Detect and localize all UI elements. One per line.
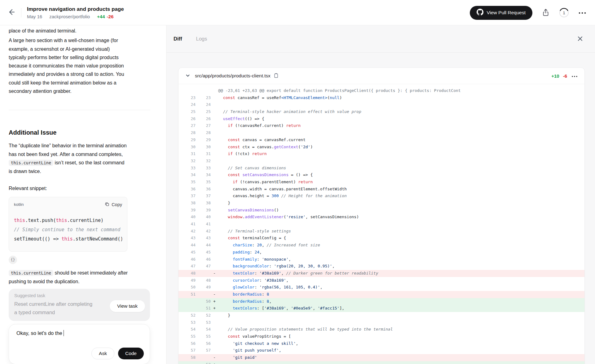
code-line: textColors: ['#38a169', '#0ea5e9', '#fac… [218, 305, 584, 312]
code-token: // Simply continue to the next command a… [14, 227, 122, 232]
collapse-file-button[interactable] [185, 73, 190, 79]
diff-row: 5757 'git push yourself', [178, 347, 584, 354]
code-token: textColor [233, 271, 254, 275]
new-line-number: 51 [196, 305, 211, 312]
view-pull-request-button[interactable]: View Pull Request [470, 6, 532, 20]
chat-input-text[interactable]: Okay, so let's do the [16, 330, 142, 336]
braces-icon: {} [11, 258, 15, 262]
diff-code[interactable]: @@ -23,61 +23,63 @@ export default funct… [178, 84, 584, 364]
code-token: : [262, 299, 267, 304]
diff-row: 4646 fontFamily: 'monospace', [178, 256, 584, 263]
code-snippet-header: kotlin Copy [14, 202, 122, 207]
code-token: ctx = canvas. [240, 145, 274, 149]
tab-diff[interactable]: Diff [174, 36, 182, 42]
code-line: if (!canvas.parentElement) return [218, 179, 584, 186]
diff-row: 5656 'git checkout a new skill', [178, 340, 584, 347]
view-task-button[interactable]: View task [110, 300, 145, 312]
conversation-scroll[interactable]: place of the animated terminal. A large … [0, 25, 166, 364]
code-line: cursorColor: '#38a169', [218, 277, 584, 284]
new-line-number: 27 [196, 122, 211, 129]
old-line-number [178, 361, 196, 364]
new-line-number: 50 [196, 298, 211, 305]
code-line: const canvasRef = useRef<HTMLCanvasEleme… [218, 94, 584, 102]
new-line-number: 44 [196, 242, 211, 249]
code-line [218, 361, 584, 364]
diff-marker [211, 122, 218, 129]
code-token: canvas.height = [218, 193, 271, 198]
copy-icon [105, 202, 109, 207]
issue-text-pre: The “duplicate line” behavior in the ter… [9, 143, 127, 157]
copy-button[interactable]: Copy [105, 202, 122, 207]
code-token [218, 292, 233, 297]
code-token: , [296, 341, 298, 346]
code-token: this [62, 236, 73, 242]
diff-marker: - [211, 291, 218, 298]
code-line: borderRadius: 8 [218, 291, 584, 298]
code-line [218, 319, 584, 326]
code-line: // Terminal-style settings [218, 228, 584, 235]
code-token [218, 116, 223, 121]
github-icon [477, 9, 483, 17]
clipboard-icon [274, 73, 278, 79]
suggested-task-label: Suggested task [14, 293, 144, 298]
code-token: canvas = canvasRef.current [240, 137, 305, 142]
code-button[interactable]: Code [118, 348, 144, 359]
code-token: this [56, 218, 67, 223]
diff-marker: + [211, 298, 218, 305]
header-more-button[interactable] [578, 11, 586, 15]
new-line-number: 39 [196, 207, 211, 214]
tab-logs[interactable]: Logs [196, 36, 207, 42]
ask-button[interactable]: Ask [91, 348, 114, 359]
code-toggle-button[interactable]: {} [9, 256, 17, 264]
code-token: setTimeout(() => [14, 236, 62, 242]
new-line-number: 56 [196, 340, 211, 347]
diff-marker [211, 277, 218, 284]
code-token [218, 299, 233, 304]
code-line: // Value proposition statements that wil… [218, 326, 584, 333]
old-line-number: 42 [178, 228, 196, 235]
file-deletions: -6 [563, 73, 567, 79]
code-token [218, 334, 228, 339]
notification-badge[interactable]: 1 [559, 8, 569, 18]
share-button[interactable] [542, 8, 550, 18]
code-token: 'rgba(56, 161, 105, 0.4)' [259, 285, 320, 289]
copy-path-button[interactable] [274, 73, 278, 79]
diff-marker [211, 312, 218, 319]
diff-panel: Diff Logs src/app/products/products-clie… [166, 25, 595, 364]
code-token [218, 123, 228, 128]
code-token [218, 137, 228, 142]
old-line-number: 44 [178, 242, 196, 249]
code-token: 300 [271, 193, 279, 198]
code-token [218, 306, 233, 310]
diff-row: 4545 padding: 24, [178, 249, 584, 256]
code-token: : [250, 250, 255, 254]
code-line [218, 129, 584, 136]
old-line-number: 38 [178, 200, 196, 207]
new-line-number: 34 [196, 171, 211, 179]
code-token: , [269, 299, 271, 304]
old-line-number [178, 298, 196, 305]
diff-marker [211, 319, 218, 326]
diff-marker [211, 207, 218, 214]
diff-marker [211, 193, 218, 200]
old-line-number: 24 [178, 101, 196, 108]
diff-row: 3939 setCanvasDimensions() [178, 207, 584, 214]
back-button[interactable] [6, 6, 18, 19]
code-token [218, 271, 233, 275]
diff-row: 2828 [178, 129, 584, 136]
diff-row: @@ -23,61 +23,63 @@ export default funct… [178, 87, 584, 94]
code-token: , setCanvasDimensions) [306, 214, 359, 219]
file-menu-button[interactable] [571, 74, 578, 78]
page-title: Improve navigation and products page [27, 6, 124, 13]
new-line-number: 31 [196, 150, 211, 158]
code-token: ( [298, 145, 301, 149]
new-line-number: 46 [196, 256, 211, 263]
close-panel-button[interactable] [575, 34, 585, 44]
old-line-number: 36 [178, 186, 196, 193]
chat-input-card[interactable]: Okay, so let's do the Ask Code [9, 324, 150, 364]
diff-marker [211, 186, 218, 193]
old-line-number: 28 [178, 129, 196, 136]
diff-row: 4444 charSize: 20, // Increased font siz… [178, 242, 584, 249]
diff-marker: + [211, 305, 218, 312]
code-token: : [252, 243, 257, 247]
